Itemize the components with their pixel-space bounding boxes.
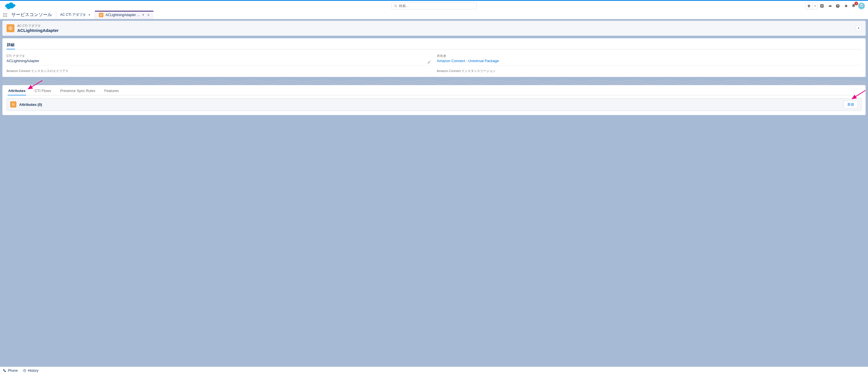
search-input[interactable] [399, 4, 474, 8]
tab-cti-flows[interactable]: CTI Flows [34, 89, 52, 95]
utility-bar: Phone History [0, 367, 868, 374]
entity-icon [99, 13, 103, 17]
svg-point-13 [6, 16, 7, 16]
record-title: ACLightningAdapter [17, 28, 59, 33]
svg-point-7 [6, 13, 7, 14]
record-actions-dropdown[interactable]: ▼ [856, 25, 862, 31]
nav-item-label: AC CTI アダプタ [60, 12, 86, 17]
svg-point-11 [3, 16, 4, 16]
field-value: ACLightningAdapter [6, 58, 431, 64]
favorites-dropdown[interactable] [813, 3, 818, 9]
plus-icon [820, 4, 824, 8]
chevron-down-icon[interactable]: ▼ [88, 13, 91, 16]
global-header: 1 [0, 0, 868, 11]
record-entity-icon [6, 24, 14, 32]
notification-badge: 1 [855, 2, 858, 5]
svg-point-4 [862, 5, 862, 5]
waffle-icon [3, 12, 8, 18]
new-button[interactable]: 新規 [844, 101, 858, 108]
close-tab-button[interactable]: × [147, 13, 150, 17]
nav-item-label: ACLightningAdapter ... [106, 13, 140, 17]
salesforce-logo-icon[interactable] [3, 1, 17, 10]
record-header: AC CTI アダプタ ACLightningAdapter ▼ [2, 21, 866, 36]
utility-phone[interactable]: Phone [3, 369, 18, 373]
chevron-down-icon [813, 4, 817, 8]
field-label: Amazon Connect インスタンスリージョン [437, 69, 862, 73]
favorites-button[interactable] [805, 3, 813, 9]
svg-point-12 [5, 16, 6, 16]
tab-attributes[interactable]: Attributes [8, 89, 26, 95]
help-button[interactable] [834, 3, 841, 9]
chevron-down-icon[interactable]: ▼ [142, 13, 144, 16]
field-owner: 所有者 Amazon Connect - Universal Package [437, 54, 862, 66]
app-nav-bar: サービスコンソール AC CTI アダプタ ▼ ACLightningAdapt… [0, 11, 868, 19]
field-cti-adapter: CTI アダプタ ACLightningAdapter [6, 54, 431, 66]
user-avatar[interactable] [858, 2, 865, 10]
utility-label: History [28, 369, 38, 373]
svg-point-10 [6, 14, 7, 15]
app-name: サービスコンソール [10, 11, 56, 19]
svg-point-3 [861, 5, 861, 5]
related-list-title: Attributes (0) [19, 102, 42, 107]
svg-point-9 [5, 14, 6, 15]
tab-features[interactable]: Features [104, 89, 119, 95]
field-label: CTI アダプタ [6, 54, 431, 58]
setup-button[interactable] [842, 3, 849, 9]
star-icon [807, 4, 811, 8]
nav-item-record-tab[interactable]: ACLightningAdapter ... ▼ × [95, 11, 154, 19]
salesforce-switcher[interactable] [826, 3, 834, 9]
astro-icon [858, 3, 865, 9]
tab-detail[interactable]: 詳細 [6, 42, 15, 49]
utility-history[interactable]: History [23, 369, 38, 373]
tab-presence-sync[interactable]: Presence Sync Rules [60, 89, 96, 95]
question-icon [836, 4, 840, 8]
svg-point-6 [5, 13, 6, 14]
related-list-header: Attributes (0) 新規 [6, 98, 862, 111]
edit-pencil-icon[interactable] [427, 60, 431, 64]
app-launcher-button[interactable] [0, 11, 10, 19]
utility-label: Phone [8, 369, 18, 373]
clock-icon [23, 369, 26, 372]
field-instance-alias: Amazon Connect インスタンスのエイリアス [6, 69, 431, 74]
add-button[interactable] [818, 3, 826, 9]
phone-icon [3, 369, 6, 372]
notifications-button[interactable]: 1 [850, 3, 857, 9]
field-label: Amazon Connect インスタンスのエイリアス [6, 69, 431, 73]
nav-item-adapter-list[interactable]: AC CTI アダプタ ▼ [56, 11, 95, 19]
cloud-switch-icon [828, 4, 832, 8]
record-object-label: AC CTI アダプタ [17, 24, 59, 28]
owner-link[interactable]: Amazon Connect - Universal Package [437, 59, 499, 63]
svg-point-2 [860, 4, 863, 7]
related-card: Attributes CTI Flows Presence Sync Rules… [2, 85, 866, 115]
global-search[interactable] [391, 3, 477, 9]
svg-point-5 [3, 13, 4, 14]
torn-gap [2, 79, 866, 85]
field-instance-region: Amazon Connect インスタンスリージョン [437, 69, 862, 74]
search-icon [394, 4, 397, 8]
field-label: 所有者 [437, 54, 862, 58]
detail-card: 詳細 CTI アダプタ ACLightningAdapter Amazon Co… [2, 38, 866, 77]
related-entity-icon [10, 101, 17, 107]
main-stage: AC CTI アダプタ ACLightningAdapter ▼ 詳細 CTI … [0, 19, 868, 367]
gear-icon [843, 4, 848, 8]
svg-point-8 [3, 14, 4, 15]
